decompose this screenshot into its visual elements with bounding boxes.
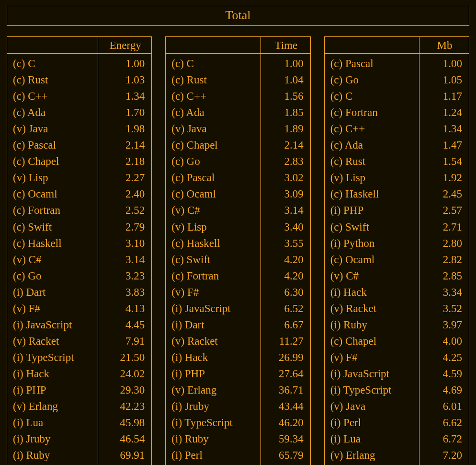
table-row: (c) Fortran1.24 bbox=[324, 105, 469, 121]
table-row: (v) Java6.01 bbox=[324, 398, 469, 415]
lang-cell: (i) Jruby bbox=[7, 431, 98, 447]
lang-cell: (i) PHP bbox=[7, 382, 98, 398]
lang-cell: (c) Rust bbox=[7, 72, 98, 88]
value-cell: 21.50 bbox=[98, 349, 152, 365]
value-cell: 46.54 bbox=[98, 431, 152, 447]
lang-cell: (c) C++ bbox=[166, 88, 261, 105]
lang-cell: (i) Ruby bbox=[324, 316, 419, 333]
table-row: (c) C1.17 bbox=[324, 88, 469, 105]
table-row: (i) Dart3.83 bbox=[7, 284, 152, 300]
time-table-wrap: Time (c) C1.00(c) Rust1.04(c) C++1.56(c)… bbox=[165, 36, 310, 465]
lang-cell: (i) Dart bbox=[7, 284, 98, 300]
table-row: (c) Haskell3.10 bbox=[7, 235, 152, 251]
table-row: (v) F#4.13 bbox=[7, 300, 152, 316]
lang-cell: (i) PHP bbox=[166, 365, 261, 382]
table-row: (i) Dart6.67 bbox=[166, 316, 310, 333]
value-cell: 3.23 bbox=[98, 267, 152, 284]
value-cell: 2.27 bbox=[98, 170, 152, 186]
value-cell: 69.91 bbox=[98, 447, 152, 464]
lang-cell: (v) C# bbox=[324, 267, 419, 284]
table-row: (c) Fortran2.52 bbox=[7, 202, 152, 219]
value-cell: 1.98 bbox=[98, 121, 152, 137]
value-cell: 4.20 bbox=[261, 251, 310, 267]
lang-cell: (c) Chapel bbox=[7, 153, 98, 170]
lang-cell: (c) Fortran bbox=[7, 202, 98, 219]
value-cell: 27.64 bbox=[261, 365, 310, 382]
value-cell: 7.91 bbox=[98, 333, 152, 349]
value-cell: 1.04 bbox=[261, 72, 310, 88]
table-row: (c) Chapel4.00 bbox=[324, 333, 469, 349]
value-cell: 2.85 bbox=[419, 267, 469, 284]
table-row: (c) Chapel2.18 bbox=[7, 153, 152, 170]
value-cell: 2.83 bbox=[261, 153, 310, 170]
value-cell: 24.02 bbox=[98, 365, 152, 382]
table-row: (c) Pascal1.00 bbox=[324, 54, 469, 72]
table-row: (c) Swift2.71 bbox=[324, 219, 469, 235]
table-row: (c) Ada1.70 bbox=[7, 105, 152, 121]
table-row: (v) Lisp3.40 bbox=[166, 219, 310, 235]
table-row: (c) Ocaml3.09 bbox=[166, 186, 310, 202]
lang-cell: (c) Haskell bbox=[166, 235, 261, 251]
table-row: (v) Racket3.52 bbox=[324, 300, 469, 316]
value-cell: 4.25 bbox=[419, 349, 469, 365]
table-row: (c) Ocaml2.40 bbox=[7, 186, 152, 202]
mb-table-wrap: Mb (c) Pascal1.00(c) Go1.05(c) C1.17(c) … bbox=[324, 36, 469, 465]
lang-cell: (c) Go bbox=[324, 72, 419, 88]
value-cell: 1.03 bbox=[98, 72, 152, 88]
table-row: (v) C#2.85 bbox=[324, 267, 469, 284]
table-row: (i) Perl6.62 bbox=[324, 415, 469, 431]
value-cell: 4.59 bbox=[419, 365, 469, 382]
table-row: (c) Ada1.47 bbox=[324, 137, 469, 153]
page-title: Total bbox=[7, 6, 469, 26]
table-row: (c) C++1.34 bbox=[7, 88, 152, 105]
lang-cell: (v) F# bbox=[166, 284, 261, 300]
table-row: (c) Chapel2.14 bbox=[166, 137, 310, 153]
value-cell: 1.54 bbox=[419, 153, 469, 170]
value-cell: 6.52 bbox=[261, 300, 310, 316]
table-row: (c) Go2.83 bbox=[166, 153, 310, 170]
value-cell: 1.00 bbox=[261, 54, 310, 72]
lang-cell: (c) Go bbox=[7, 267, 98, 284]
table-row: (c) Ada1.85 bbox=[166, 105, 310, 121]
energy-table-wrap: Energy (c) C1.00(c) Rust1.03(c) C++1.34(… bbox=[7, 36, 152, 465]
lang-cell: (i) TypeScript bbox=[166, 415, 261, 431]
table-row: (i) PHP29.30 bbox=[7, 382, 152, 398]
value-cell: 1.56 bbox=[261, 88, 310, 105]
table-row: (c) Rust1.03 bbox=[7, 72, 152, 88]
lang-cell: (i) Ruby bbox=[166, 431, 261, 447]
table-row: (v) Erlang7.20 bbox=[324, 447, 469, 464]
energy-table-body: (c) C1.00(c) Rust1.03(c) C++1.34(c) Ada1… bbox=[7, 54, 152, 465]
value-cell: 4.20 bbox=[261, 267, 310, 284]
lang-cell: (c) Ocaml bbox=[324, 251, 419, 267]
table-row: (c) C++1.56 bbox=[166, 88, 310, 105]
lang-cell: (v) C# bbox=[166, 202, 261, 219]
table-row: (c) Go3.23 bbox=[7, 267, 152, 284]
lang-cell: (c) Ada bbox=[166, 105, 261, 121]
lang-cell: (c) C bbox=[166, 54, 261, 72]
lang-cell: (i) JavaScript bbox=[324, 365, 419, 382]
lang-cell: (i) Hack bbox=[324, 284, 419, 300]
lang-cell: (v) Java bbox=[324, 398, 419, 415]
value-cell: 1.47 bbox=[419, 137, 469, 153]
mb-col-blank bbox=[324, 37, 419, 54]
value-cell: 43.44 bbox=[261, 398, 310, 415]
value-cell: 1.85 bbox=[261, 105, 310, 121]
value-cell: 3.97 bbox=[419, 316, 469, 333]
lang-cell: (i) Lua bbox=[7, 415, 98, 431]
table-row: (c) C++1.34 bbox=[324, 121, 469, 137]
value-cell: 2.79 bbox=[98, 219, 152, 235]
time-table: Time (c) C1.00(c) Rust1.04(c) C++1.56(c)… bbox=[165, 36, 310, 465]
lang-cell: (v) Racket bbox=[324, 300, 419, 316]
value-cell: 3.14 bbox=[98, 251, 152, 267]
lang-cell: (i) JavaScript bbox=[7, 316, 98, 333]
table-row: (i) Hack3.34 bbox=[324, 284, 469, 300]
value-cell: 1.05 bbox=[419, 72, 469, 88]
table-row: (v) Erlang42.23 bbox=[7, 398, 152, 415]
value-cell: 1.70 bbox=[98, 105, 152, 121]
value-cell: 6.30 bbox=[261, 284, 310, 300]
lang-cell: (v) Lisp bbox=[166, 219, 261, 235]
lang-cell: (c) Pascal bbox=[166, 170, 261, 186]
value-cell: 1.00 bbox=[98, 54, 152, 72]
time-col-metric: Time bbox=[261, 37, 310, 54]
lang-cell: (i) Python bbox=[324, 235, 419, 251]
